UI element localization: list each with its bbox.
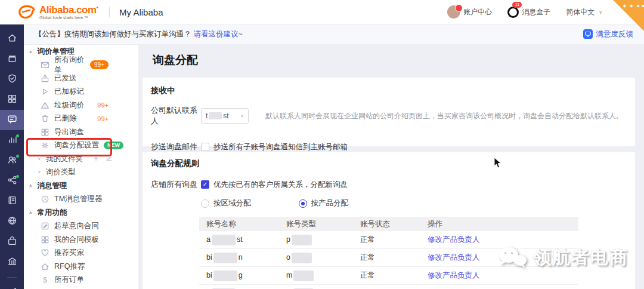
sidebar-item[interactable]: RFQ推荐 bbox=[24, 260, 138, 273]
warning-icon bbox=[41, 101, 49, 110]
chevron-down-icon: ∨ bbox=[38, 170, 41, 174]
account-action-cell: 修改产品负责人 bbox=[420, 270, 578, 281]
col-actions: 操作 bbox=[420, 219, 578, 229]
logo-text: Alibaba.com bbox=[39, 4, 97, 16]
censored-text-block bbox=[209, 112, 222, 119]
globe-icon bbox=[7, 216, 17, 228]
censored-text-block bbox=[213, 253, 237, 263]
status-green-dot bbox=[16, 175, 19, 178]
sidebar-item[interactable]: 推荐买家 bbox=[24, 247, 138, 260]
grid4-icon bbox=[41, 128, 49, 137]
chat-icon bbox=[7, 114, 17, 127]
modify-product-owner-link[interactable]: 修改产品负责人 bbox=[428, 271, 480, 279]
sidebar-item-label: TM消息管理器 bbox=[54, 194, 103, 204]
sidebar-item[interactable]: TM消息管理器 bbox=[24, 193, 138, 207]
announcement-text: 【公告】疫情期间该如何做好与买家订单沟通？ bbox=[35, 29, 191, 39]
sidebar-item-label: 垃圾询价 bbox=[54, 100, 84, 110]
by-region-label: 按区域分配 bbox=[213, 198, 251, 208]
logo-dot: • bbox=[97, 4, 99, 11]
count-badge: 99+ bbox=[97, 102, 109, 109]
bar-chart-icon bbox=[7, 134, 17, 147]
rail-item-grid[interactable] bbox=[0, 90, 24, 110]
default-contact-select[interactable]: t st ∨ bbox=[201, 108, 249, 124]
sidebar-item[interactable]: 起草意向合同 bbox=[24, 220, 138, 233]
trash-icon bbox=[41, 114, 49, 123]
flag-icon bbox=[41, 87, 49, 96]
sidebar-item[interactable]: 我的合同模板 bbox=[24, 233, 138, 247]
alibaba-logo[interactable]: Alibaba.com• Global trade starts here.™ bbox=[16, 4, 98, 20]
col-account-status: 账号状态 bbox=[353, 219, 420, 229]
sidebar-group-title[interactable]: ∧消息管理 bbox=[24, 179, 138, 193]
account-name-cell: bin bbox=[199, 253, 279, 263]
rail-item-paper-plane[interactable] bbox=[0, 282, 24, 289]
app-title: My Alibaba bbox=[119, 7, 163, 17]
rail-item-people[interactable] bbox=[0, 150, 24, 171]
new-badge: NEW bbox=[104, 142, 123, 149]
logo-text-block: Alibaba.com• Global trade starts here.™ bbox=[39, 5, 98, 20]
status-green-dot bbox=[16, 155, 19, 158]
avatar bbox=[447, 5, 460, 19]
rail-item-shop[interactable] bbox=[0, 49, 24, 69]
group-title-label: 消息管理 bbox=[38, 181, 67, 191]
rail-item-bank[interactable] bbox=[0, 252, 24, 272]
plus-icon[interactable] bbox=[92, 155, 100, 164]
modify-product-owner-link[interactable]: 修改产品负责人 bbox=[428, 235, 480, 244]
table-row: dm正常修改产品负责人 bbox=[199, 285, 578, 289]
distribution-mode-row: 按区域分配 按产品分配 bbox=[151, 198, 627, 208]
gear-icon bbox=[41, 141, 49, 150]
sidebar-item[interactable]: 已加标记 bbox=[24, 85, 138, 99]
rail-item-share[interactable] bbox=[0, 171, 24, 191]
send-icon bbox=[41, 74, 49, 83]
rail-item-home[interactable] bbox=[0, 29, 24, 49]
rail-item-book[interactable] bbox=[0, 191, 24, 211]
announcement-link[interactable]: 请看这份建议~ bbox=[194, 29, 243, 39]
rail-item-globe[interactable] bbox=[0, 211, 24, 232]
sidebar-item[interactable]: ∨询价类型 bbox=[24, 166, 138, 180]
rail-item-shield[interactable] bbox=[0, 69, 24, 90]
paper-plane-icon bbox=[7, 287, 17, 289]
grid4-icon bbox=[41, 235, 49, 244]
account-table-header: 账号名称 账号类型 账号状态 操作 bbox=[199, 217, 578, 231]
censored-text-block bbox=[292, 235, 312, 245]
sidebar: ∧询价单管理所有询价单99+已发送已加标记垃圾询价99+已删除99+导出询盘询盘… bbox=[24, 45, 138, 289]
corner-ribbon[interactable] bbox=[613, 0, 644, 31]
default-contact-help: 默认联系人同时会展现在企业网站的公司介绍页面上，当买家咨询该公司概况时，询盘会自… bbox=[265, 111, 623, 121]
group-title-label: 常用功能 bbox=[38, 208, 67, 218]
sidebar-item[interactable]: ∨我的文件夹 bbox=[24, 152, 138, 166]
shop-icon bbox=[7, 53, 17, 66]
alibaba-swoosh-icon bbox=[16, 4, 37, 20]
contact-value-suffix: st bbox=[223, 112, 228, 120]
receiving-card: 接收中 公司默认联系人 t st ∨ 默认联系人同时会展现在企业网站的公司介绍页… bbox=[143, 78, 635, 146]
chevron-down-icon: ∨ bbox=[38, 157, 41, 161]
sidebar-group-title[interactable]: ∧常用功能 bbox=[24, 206, 138, 220]
account-status-cell: 正常 bbox=[353, 253, 420, 263]
shop-inquiries-label: 店铺所有询盘 bbox=[151, 179, 201, 190]
home-icon bbox=[7, 33, 17, 45]
edit-icon[interactable] bbox=[106, 155, 113, 164]
table-row: bigm正常修改产品负责人 bbox=[199, 267, 578, 285]
by-region-radio[interactable] bbox=[201, 199, 209, 208]
sidebar-item[interactable]: $所有订单 bbox=[24, 273, 138, 287]
rail-item-chat[interactable] bbox=[0, 110, 24, 130]
rail-item-bag[interactable] bbox=[0, 232, 24, 252]
by-product-radio[interactable] bbox=[299, 199, 307, 208]
rules-section-title: 询盘分配规则 bbox=[151, 158, 627, 169]
sidebar-item[interactable]: 所有询价单99+ bbox=[24, 59, 138, 72]
message-box-button[interactable]: 11 消息盒子 bbox=[507, 7, 550, 18]
book-icon bbox=[7, 195, 17, 208]
account-center-button[interactable]: 账户中心 bbox=[447, 5, 492, 19]
sidebar-item[interactable]: 已删除99+ bbox=[24, 112, 138, 126]
sidebar-item[interactable]: 垃圾询价99+ bbox=[24, 99, 138, 112]
sidebar-item-label: 导出询盘 bbox=[54, 127, 84, 137]
house-icon bbox=[41, 262, 49, 271]
modify-product-owner-link[interactable]: 修改产品负责人 bbox=[428, 253, 480, 262]
sidebar-item[interactable]: 导出询盘 bbox=[24, 125, 138, 139]
language-label: 简体中文 bbox=[566, 7, 595, 17]
language-selector[interactable]: 简体中文 ∨ bbox=[566, 7, 602, 17]
cc-email-checkbox[interactable] bbox=[201, 143, 209, 151]
chevron-down-icon: ∨ bbox=[240, 113, 244, 118]
message-box-icon bbox=[507, 7, 519, 18]
rail-item-bar-chart[interactable] bbox=[0, 130, 24, 150]
priority-relation-checkbox[interactable] bbox=[201, 180, 209, 189]
sidebar-item[interactable]: 询盘分配设置NEW bbox=[24, 139, 138, 153]
